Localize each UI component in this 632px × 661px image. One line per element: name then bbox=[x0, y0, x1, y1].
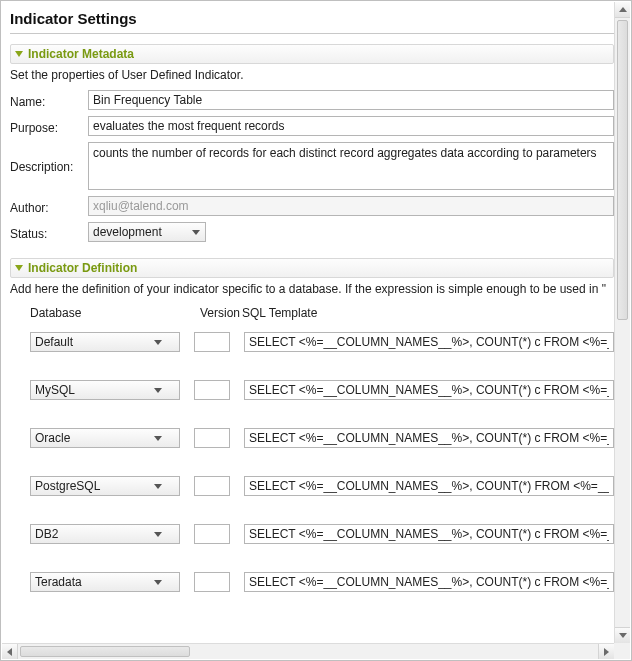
sql-template-input[interactable] bbox=[244, 380, 614, 400]
col-sql-template: SQL Template bbox=[242, 306, 614, 320]
input-description[interactable] bbox=[88, 142, 614, 190]
definition-row: Oracle bbox=[10, 428, 614, 448]
row-status: Status: development bbox=[10, 222, 614, 242]
database-select[interactable]: Default bbox=[30, 332, 180, 352]
version-input[interactable] bbox=[194, 572, 230, 592]
col-database: Database bbox=[30, 306, 200, 320]
chevron-down-icon bbox=[151, 431, 165, 445]
database-select[interactable]: Teradata bbox=[30, 572, 180, 592]
metadata-section-description: Set the properties of User Defined Indic… bbox=[10, 68, 614, 82]
database-select-value: Oracle bbox=[35, 431, 147, 445]
database-select[interactable]: Oracle bbox=[30, 428, 180, 448]
scrollbar-corner bbox=[614, 643, 630, 659]
chevron-down-icon bbox=[151, 527, 165, 541]
label-name: Name: bbox=[10, 92, 88, 109]
chevron-down-icon bbox=[151, 479, 165, 493]
collapse-icon bbox=[15, 51, 23, 57]
row-author: Author: bbox=[10, 196, 614, 216]
chevron-down-icon bbox=[151, 383, 165, 397]
sql-template-input[interactable] bbox=[244, 476, 614, 496]
vertical-scrollbar[interactable] bbox=[614, 2, 630, 643]
database-select-value: DB2 bbox=[35, 527, 147, 541]
database-select[interactable]: DB2 bbox=[30, 524, 180, 544]
scroll-thumb-vertical[interactable] bbox=[617, 20, 628, 320]
col-version: Version bbox=[200, 306, 242, 320]
version-input[interactable] bbox=[194, 428, 230, 448]
scroll-down-icon[interactable] bbox=[615, 627, 630, 643]
content-area: Indicator Settings Indicator Metadata Se… bbox=[2, 2, 614, 643]
row-description: Description: bbox=[10, 142, 614, 190]
definition-rows: DefaultMySQLOraclePostgreSQLDB2Teradata bbox=[10, 332, 614, 592]
database-select-value: MySQL bbox=[35, 383, 147, 397]
chevron-down-icon bbox=[151, 335, 165, 349]
database-select-value: PostgreSQL bbox=[35, 479, 147, 493]
version-input[interactable] bbox=[194, 524, 230, 544]
sql-template-input[interactable] bbox=[244, 332, 614, 352]
version-input[interactable] bbox=[194, 476, 230, 496]
scroll-thumb-horizontal[interactable] bbox=[20, 646, 190, 657]
row-purpose: Purpose: bbox=[10, 116, 614, 136]
input-author bbox=[88, 196, 614, 216]
definition-columns: Database Version SQL Template bbox=[10, 306, 614, 320]
definition-section-header[interactable]: Indicator Definition bbox=[10, 258, 614, 278]
definition-row: MySQL bbox=[10, 380, 614, 400]
database-select-value: Default bbox=[35, 335, 147, 349]
sql-template-input[interactable] bbox=[244, 428, 614, 448]
row-name: Name: bbox=[10, 90, 614, 110]
definition-row: PostgreSQL bbox=[10, 476, 614, 496]
definition-section-description: Add here the definition of your indicato… bbox=[10, 282, 614, 296]
label-author: Author: bbox=[10, 198, 88, 215]
label-purpose: Purpose: bbox=[10, 118, 88, 135]
definition-row: DB2 bbox=[10, 524, 614, 544]
scroll-right-icon[interactable] bbox=[598, 644, 614, 659]
scroll-left-icon[interactable] bbox=[2, 644, 18, 659]
horizontal-scrollbar[interactable] bbox=[2, 643, 614, 659]
page-title: Indicator Settings bbox=[10, 8, 614, 34]
metadata-section-title: Indicator Metadata bbox=[28, 47, 134, 61]
sql-template-input[interactable] bbox=[244, 572, 614, 592]
settings-pane: Indicator Settings Indicator Metadata Se… bbox=[0, 0, 632, 661]
chevron-down-icon bbox=[151, 575, 165, 589]
definition-section-title: Indicator Definition bbox=[28, 261, 137, 275]
scroll-up-icon[interactable] bbox=[615, 2, 630, 18]
database-select[interactable]: MySQL bbox=[30, 380, 180, 400]
definition-row: Teradata bbox=[10, 572, 614, 592]
sql-template-input[interactable] bbox=[244, 524, 614, 544]
metadata-section-header[interactable]: Indicator Metadata bbox=[10, 44, 614, 64]
input-purpose[interactable] bbox=[88, 116, 614, 136]
select-status[interactable]: development bbox=[88, 222, 206, 242]
version-input[interactable] bbox=[194, 332, 230, 352]
definition-row: Default bbox=[10, 332, 614, 352]
collapse-icon bbox=[15, 265, 23, 271]
version-input[interactable] bbox=[194, 380, 230, 400]
label-description: Description: bbox=[10, 142, 88, 174]
label-status: Status: bbox=[10, 224, 88, 241]
input-name[interactable] bbox=[88, 90, 614, 110]
database-select-value: Teradata bbox=[35, 575, 147, 589]
database-select[interactable]: PostgreSQL bbox=[30, 476, 180, 496]
select-status-value: development bbox=[93, 225, 185, 239]
chevron-down-icon bbox=[189, 225, 203, 239]
